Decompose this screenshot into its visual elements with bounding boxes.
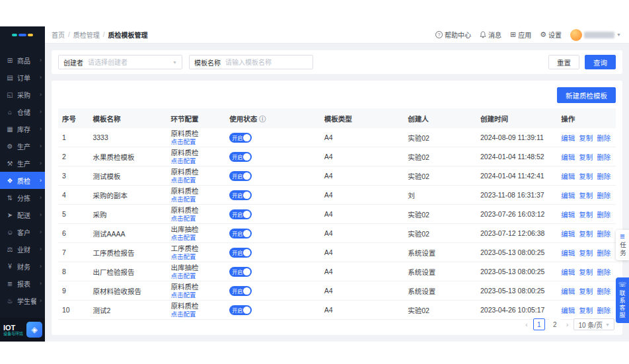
cell-created: 2023-05-13 08:00:25	[476, 281, 557, 300]
edit-link[interactable]: 编辑	[561, 229, 575, 238]
status-toggle[interactable]: 开启	[229, 171, 252, 181]
sidebar-item-purchase[interactable]: ◱ 采购 ›	[0, 86, 45, 103]
sidebar-item-biz-finance[interactable]: ⚖ 业财 ›	[0, 240, 45, 258]
template-name-label: 模板名称	[194, 57, 221, 67]
copy-link[interactable]: 复制	[579, 152, 593, 162]
orders-icon: ▤	[6, 74, 14, 81]
status-toggle[interactable]: 开启	[229, 190, 252, 200]
status-toggle[interactable]: 开启	[229, 152, 252, 162]
edit-link[interactable]: 编辑	[561, 305, 575, 315]
delete-link[interactable]: 删除	[597, 171, 610, 181]
sidebar-item-production[interactable]: ⚙ 生产 ›	[0, 137, 45, 155]
sidebar-item-warehouse[interactable]: ⌂ 仓储 ›	[0, 103, 45, 120]
cell-stage-config: 原料质检 点击配置	[167, 147, 226, 166]
copy-link[interactable]: 复制	[579, 248, 593, 258]
page-2-button[interactable]: 2	[549, 318, 561, 330]
edit-link[interactable]: 编辑	[561, 209, 575, 219]
delete-link[interactable]: 删除	[597, 248, 610, 258]
edit-link[interactable]: 编辑	[561, 248, 575, 258]
customer-service-float-tab[interactable]: ☏ 联系客服	[616, 277, 629, 323]
creator-select[interactable]: 创建者 ▼	[58, 55, 182, 69]
copy-link[interactable]: 复制	[579, 190, 593, 200]
sidebar-item-sorting[interactable]: ⇅ 分拣 ›	[0, 189, 45, 206]
prev-page-icon[interactable]: ‹	[524, 320, 529, 328]
cell-template-type: A4	[320, 281, 404, 300]
sidebar-item-quality[interactable]: ❖ 质检 ›	[0, 172, 45, 189]
configure-link[interactable]: 点击配置	[171, 291, 196, 299]
edit-link[interactable]: 编辑	[561, 267, 575, 277]
configure-link[interactable]: 点击配置	[171, 234, 196, 242]
cell-actions: 编辑 复制 删除	[557, 186, 616, 204]
sidebar-item-student-meal[interactable]: ♨ 学生餐 ›	[0, 292, 45, 309]
edit-link[interactable]: 编辑	[561, 133, 575, 143]
sidebar-item-orders[interactable]: ▤ 订单 ›	[0, 69, 45, 86]
sidebar-item-reports[interactable]: ≣ 报表 ›	[0, 275, 45, 292]
configure-link[interactable]: 点击配置	[171, 196, 196, 203]
delete-link[interactable]: 删除	[597, 286, 610, 296]
sidebar-item-finance[interactable]: ¥ 财务 ›	[0, 258, 45, 275]
configure-link[interactable]: 点击配置	[171, 310, 196, 318]
status-toggle[interactable]: 开启	[229, 209, 252, 219]
new-template-button[interactable]: 新建质检模板	[557, 87, 616, 103]
status-toggle[interactable]: 开启	[229, 133, 252, 143]
edit-link[interactable]: 编辑	[561, 171, 575, 181]
settings-button[interactable]: ⚙ 设置	[540, 30, 562, 40]
reset-button[interactable]: 重置	[548, 55, 579, 69]
copy-link[interactable]: 复制	[579, 286, 593, 296]
cell-actions: 编辑 复制 删除	[557, 147, 616, 166]
configure-link[interactable]: 点击配置	[171, 157, 196, 165]
sidebar-item-label: 库存	[17, 124, 30, 134]
cell-creator: 实验02	[404, 166, 476, 185]
copy-link[interactable]: 复制	[579, 209, 593, 219]
configure-link[interactable]: 点击配置	[171, 176, 196, 184]
copy-link[interactable]: 复制	[579, 229, 593, 238]
delete-link[interactable]: 删除	[597, 267, 610, 277]
page-size-select[interactable]: 10 条/页 ▼	[574, 318, 614, 330]
sidebar-item-customers[interactable]: ☺ 客户 ›	[0, 223, 45, 240]
delete-link[interactable]: 删除	[597, 305, 610, 315]
edit-link[interactable]: 编辑	[561, 190, 575, 200]
delete-link[interactable]: 删除	[597, 133, 610, 143]
user-menu[interactable]: ▼	[570, 29, 621, 41]
configure-link[interactable]: 点击配置	[171, 215, 196, 223]
copy-link[interactable]: 复制	[579, 133, 593, 143]
status-toggle[interactable]: 开启	[229, 267, 252, 277]
creator-input[interactable]	[88, 59, 168, 66]
delete-link[interactable]: 删除	[597, 209, 610, 219]
iot-footer[interactable]: IOT 设备与环境 ◈	[0, 318, 45, 342]
copy-link[interactable]: 复制	[579, 171, 593, 181]
breadcrumb-home[interactable]: 首页	[52, 30, 65, 40]
breadcrumb-section[interactable]: 质检管理	[73, 30, 100, 40]
edit-link[interactable]: 编辑	[561, 152, 575, 162]
info-icon[interactable]: ⓘ	[259, 114, 266, 124]
edit-link[interactable]: 编辑	[561, 286, 575, 296]
messages-button[interactable]: 消息	[480, 30, 501, 40]
status-toggle[interactable]: 开启	[229, 305, 252, 315]
delete-link[interactable]: 删除	[597, 190, 610, 200]
chevron-right-icon: ›	[40, 194, 42, 201]
page-1-button[interactable]: 1	[533, 318, 545, 330]
status-toggle[interactable]: 开启	[229, 286, 252, 296]
headset-icon: ☏	[618, 281, 627, 288]
search-button[interactable]: 查询	[585, 55, 616, 69]
next-page-icon[interactable]: ›	[565, 320, 570, 328]
copy-link[interactable]: 复制	[579, 305, 593, 315]
cell-creator: 实验02	[404, 224, 476, 242]
tasks-float-tab[interactable]: ≣ 任务	[616, 230, 629, 260]
sidebar-item-goods[interactable]: ⊞ 商品 ›	[0, 52, 45, 69]
help-center-button[interactable]: ? 帮助中心	[435, 30, 471, 40]
sidebar-item-inventory[interactable]: ▦ 库存 ›	[0, 120, 45, 137]
sidebar-item-delivery[interactable]: ➤ 配送 ›	[0, 206, 45, 223]
configure-link[interactable]: 点击配置	[171, 253, 196, 261]
template-name-field[interactable]: 模板名称	[189, 55, 313, 69]
copy-link[interactable]: 复制	[579, 267, 593, 277]
sidebar-item-production-2[interactable]: ⚒ 生产 ›	[0, 155, 45, 172]
configure-link[interactable]: 点击配置	[171, 138, 196, 146]
template-name-input[interactable]	[225, 59, 308, 66]
configure-link[interactable]: 点击配置	[171, 272, 196, 280]
apps-button[interactable]: ⊞ 应用	[510, 30, 531, 40]
delete-link[interactable]: 删除	[597, 229, 610, 238]
status-toggle[interactable]: 开启	[229, 229, 252, 238]
status-toggle[interactable]: 开启	[229, 248, 252, 258]
delete-link[interactable]: 删除	[597, 152, 610, 162]
